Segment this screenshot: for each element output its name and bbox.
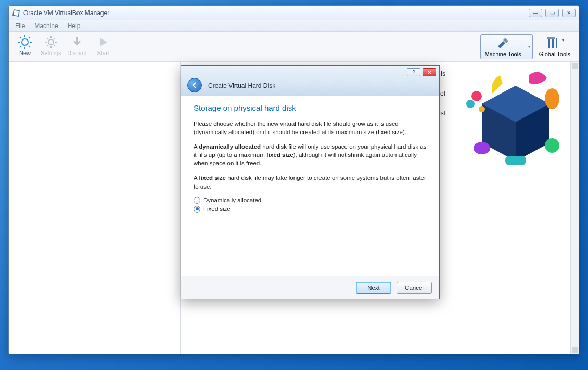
titlebar: Oracle VM VirtualBox Manager — ▭ ✕ — [9, 6, 579, 20]
svg-point-30 — [479, 106, 485, 112]
dialog-paragraph-3: A fixed size hard disk file may take lon… — [194, 174, 427, 190]
chevron-down-icon[interactable]: ▾ — [526, 35, 532, 59]
dialog-close-button[interactable]: ✕ — [423, 68, 436, 76]
svg-point-2 — [22, 39, 28, 45]
radio-label-fixed: Fixed size — [203, 206, 231, 212]
back-button[interactable] — [187, 78, 202, 92]
dialog-paragraph-1: Please choose whether the new virtual ha… — [194, 120, 427, 136]
discard-label: Discard — [67, 50, 86, 56]
svg-point-29 — [466, 100, 475, 108]
svg-line-17 — [54, 45, 55, 46]
machine-tools-label: Machine Tools — [485, 51, 521, 57]
svg-line-18 — [47, 45, 48, 46]
close-button[interactable]: ✕ — [562, 9, 576, 17]
menu-file[interactable]: File — [11, 21, 29, 31]
svg-line-10 — [29, 37, 30, 38]
radio-fixed-size[interactable]: Fixed size — [194, 206, 427, 213]
global-tools-button[interactable]: ▾ Global Tools — [536, 35, 573, 58]
toolbar: New Settings Discard Start — [9, 32, 579, 62]
svg-line-9 — [20, 46, 21, 47]
app-icon — [12, 9, 20, 17]
machine-tools-button[interactable]: Machine Tools ▾ — [480, 34, 533, 59]
start-icon — [96, 35, 110, 49]
dialog-help-button[interactable]: ? — [407, 68, 420, 76]
dialog-paragraph-2: A dynamically allocated hard disk file w… — [194, 142, 427, 167]
svg-point-32 — [474, 142, 490, 154]
dialog-footer: Next Cancel — [181, 276, 439, 299]
svg-point-33 — [545, 138, 559, 153]
new-button[interactable]: New — [12, 34, 38, 60]
svg-rect-21 — [552, 38, 554, 48]
minimize-button[interactable]: — — [529, 9, 542, 17]
virtualbox-mascot-art — [461, 65, 570, 174]
svg-rect-23 — [547, 37, 551, 39]
svg-rect-34 — [505, 156, 526, 165]
menubar: File Machine Help — [9, 20, 579, 32]
menu-help[interactable]: Help — [63, 21, 85, 31]
gear-icon — [44, 35, 58, 49]
settings-label: Settings — [41, 50, 61, 56]
sun-icon — [18, 35, 32, 49]
dialog-body: Storage on physical hard disk Please cho… — [181, 96, 439, 276]
radio-icon — [194, 206, 200, 213]
window-title: Oracle VM VirtualBox Manager — [23, 9, 529, 17]
svg-line-16 — [47, 38, 48, 39]
global-tools-label: Global Tools — [539, 51, 570, 57]
svg-line-7 — [20, 37, 21, 38]
svg-rect-24 — [551, 37, 555, 39]
cancel-button[interactable]: Cancel — [397, 282, 432, 294]
settings-button[interactable]: Settings — [38, 34, 64, 60]
start-button[interactable]: Start — [90, 34, 116, 60]
radio-label-dynamic: Dynamically allocated — [203, 197, 261, 203]
scrollbar[interactable] — [570, 62, 579, 354]
tools-icon — [545, 36, 560, 50]
svg-point-31 — [545, 88, 559, 109]
chevron-down-icon: ▾ — [562, 38, 564, 43]
next-button[interactable]: Next — [356, 282, 391, 294]
svg-line-8 — [29, 46, 30, 47]
new-label: New — [19, 50, 31, 56]
svg-line-19 — [54, 38, 55, 39]
menu-machine[interactable]: Machine — [30, 21, 62, 31]
svg-point-11 — [48, 39, 54, 45]
svg-point-28 — [471, 91, 482, 101]
dialog-title: Create Virtual Hard Disk — [208, 82, 275, 89]
svg-rect-1 — [14, 10, 19, 15]
discard-button[interactable]: Discard — [64, 34, 90, 60]
hammer-wrench-icon — [496, 36, 510, 50]
create-vhd-dialog: ? ✕ Create Virtual Hard Disk Storage on … — [181, 65, 440, 299]
start-label: Start — [97, 50, 109, 56]
dialog-heading: Storage on physical hard disk — [194, 103, 427, 112]
dialog-header: ? ✕ Create Virtual Hard Disk — [181, 66, 439, 96]
discard-icon — [70, 35, 84, 49]
svg-rect-22 — [556, 38, 557, 48]
radio-dynamically-allocated[interactable]: Dynamically allocated — [194, 197, 427, 204]
radio-icon — [194, 197, 200, 204]
vm-list-sidebar[interactable] — [9, 62, 181, 354]
maximize-button[interactable]: ▭ — [545, 9, 559, 17]
svg-rect-20 — [548, 38, 550, 48]
